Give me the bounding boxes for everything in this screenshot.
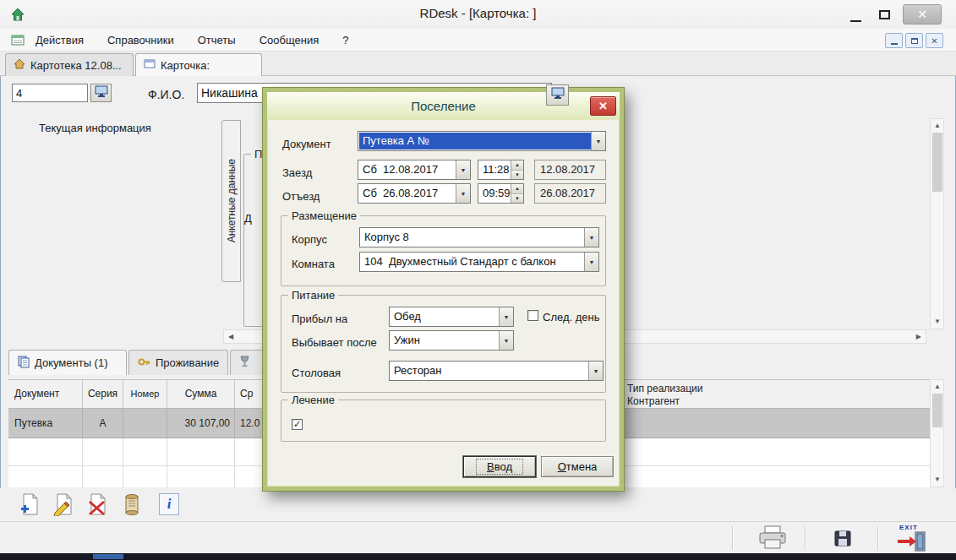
chevron-down-icon[interactable]: ▼ (456, 184, 470, 203)
scroll-right-icon[interactable]: ▶ (916, 334, 921, 340)
scroll-thumb[interactable] (932, 394, 942, 427)
tab-living[interactable]: Проживание (128, 350, 228, 375)
header-cell-number[interactable]: Номер (123, 380, 167, 408)
arrival-time-spinner[interactable]: 11:28 ▲▼ (478, 160, 524, 180)
edit-document-button[interactable] (52, 493, 74, 519)
minimize-icon (850, 20, 861, 22)
menu-item-directories[interactable]: Справочники (104, 32, 178, 48)
mdi-restore-icon (911, 38, 918, 44)
scroll-thumb[interactable] (932, 133, 942, 192)
menu-item-messages[interactable]: Сообщения (256, 32, 323, 48)
record-number-input[interactable] (12, 84, 88, 102)
treatment-checkbox[interactable] (292, 419, 303, 430)
treatment-legend: Лечение (288, 394, 338, 406)
next-day-checkbox[interactable] (527, 310, 538, 321)
main-vertical-scrollbar[interactable]: ▲ ▼ (930, 118, 944, 329)
fio-lookup-button[interactable] (546, 84, 569, 106)
monitor-icon (95, 85, 108, 101)
header-cell-sum[interactable]: Сумма (167, 380, 235, 408)
departure-date-value: Сб 26.08.2017 (358, 184, 456, 203)
canteen-combo[interactable]: Ресторан ▼ (389, 361, 604, 381)
cell-document: Путевка (8, 409, 83, 438)
spin-up-icon[interactable]: ▲ (511, 160, 523, 171)
departure-date-combo[interactable]: Сб 26.08.2017 ▼ (358, 183, 471, 204)
chevron-down-icon[interactable]: ▼ (591, 132, 605, 150)
mdi-close-icon: ✕ (931, 36, 937, 46)
print-button[interactable] (757, 525, 788, 554)
window-maximize-button[interactable] (874, 8, 894, 21)
tab-documents[interactable]: Документы (1) (8, 350, 127, 375)
arrive-meal-combo[interactable]: Обед ▼ (389, 307, 514, 327)
tab-documents-label: Документы (1) (35, 356, 108, 369)
scroll-up-icon[interactable]: ▲ (934, 122, 941, 129)
ok-button[interactable]: Ввод (463, 456, 536, 477)
arrival-label: Заезд (282, 166, 312, 179)
scroll-up-icon[interactable]: ▲ (934, 383, 941, 390)
save-button[interactable] (833, 530, 852, 551)
exit-button[interactable]: EXIT (896, 524, 926, 552)
card-icon (144, 58, 156, 72)
cancel-button[interactable]: Отмена (541, 456, 614, 477)
record-lookup-button[interactable] (90, 84, 112, 102)
window-minimize-button[interactable] (845, 8, 866, 22)
menu-item-actions[interactable]: Действия (32, 32, 87, 48)
header-cell-document[interactable]: Документ (8, 380, 83, 408)
chevron-down-icon[interactable]: ▼ (588, 362, 603, 380)
menu-items: Действия Справочники Отчеты Сообщения ? (32, 32, 352, 48)
scroll-left-icon[interactable]: ◀ (228, 334, 233, 340)
window-close-button[interactable]: ✕ (903, 4, 942, 24)
arrival-date-combo[interactable]: Сб 12.08.2017 ▼ (358, 160, 471, 180)
info-button[interactable]: i (159, 493, 179, 515)
document-label: Документ (282, 138, 331, 150)
spin-up-icon[interactable]: ▲ (511, 184, 523, 194)
chevron-down-icon[interactable]: ▼ (499, 307, 513, 326)
chevron-down-icon[interactable]: ▼ (584, 228, 598, 247)
placement-groupbox: Размещение Корпус Корпус 8 ▼ Комната 104… (281, 215, 606, 286)
depart-meal-value: Ужин (390, 331, 499, 350)
mdi-restore-button[interactable] (905, 33, 923, 48)
receipt-button[interactable] (122, 493, 142, 519)
chevron-down-icon[interactable]: ▼ (584, 253, 598, 271)
tab-cardfile[interactable]: Картотека 12.08... (5, 53, 134, 76)
canteen-label: Столовая (292, 367, 341, 379)
chevron-down-icon[interactable]: ▼ (499, 331, 513, 350)
mdi-close-button[interactable]: ✕ (926, 33, 943, 48)
spin-down-icon[interactable]: ▼ (511, 194, 523, 204)
window-title: RDesk - [Карточка: ] (0, 6, 956, 20)
meals-groupbox: Питание Прибыл на Обед ▼ След. день Выбы… (281, 295, 606, 393)
cell-empty (83, 438, 123, 465)
arrival-date-value: Сб 12.08.2017 (358, 160, 456, 179)
scroll-down-icon[interactable]: ▼ (934, 318, 941, 325)
departure-time-spinner[interactable]: 09:59 ▲▼ (478, 183, 524, 204)
tab-card[interactable]: Карточка: (135, 53, 262, 76)
dialog-close-button[interactable]: ✕ (590, 96, 616, 116)
spin-down-icon[interactable]: ▼ (511, 171, 523, 180)
canteen-combo-value: Ресторан (390, 362, 588, 380)
chevron-down-icon[interactable]: ▼ (456, 160, 470, 179)
cell-empty (8, 438, 83, 465)
table-vertical-scrollbar[interactable]: ▲ ▼ (930, 379, 944, 487)
treatment-groupbox: Лечение (281, 400, 606, 442)
room-combo[interactable]: 104 Двухместный Стандарт с балкон ▼ (359, 252, 599, 272)
vertical-tab-personal-data[interactable]: Анкетные данные (221, 120, 241, 282)
header-cell-realization[interactable]: Тип реализации Контрагент (615, 380, 930, 408)
scroll-down-icon[interactable]: ▼ (934, 476, 941, 483)
depart-meal-combo[interactable]: Ужин ▼ (389, 330, 514, 351)
building-combo[interactable]: Корпус 8 ▼ (359, 227, 599, 247)
cell-empty (123, 466, 167, 488)
header-cell-series[interactable]: Серия (83, 380, 123, 408)
header-contractor: Контрагент (627, 395, 930, 408)
taskbar-app-icon (93, 554, 123, 559)
mdi-minimize-button[interactable] (885, 33, 903, 48)
menu-item-reports[interactable]: Отчеты (194, 32, 239, 48)
goblet-icon (239, 356, 250, 370)
new-document-button[interactable] (19, 493, 41, 519)
cell-empty (8, 466, 83, 488)
document-combo[interactable]: Путевка А № ▼ (358, 131, 606, 151)
meals-legend: Питание (288, 289, 338, 302)
menu-item-help[interactable]: ? (339, 32, 352, 48)
cell-empty (167, 438, 235, 465)
room-label: Комната (292, 258, 335, 270)
next-day-label: След. день (543, 311, 600, 323)
delete-document-button[interactable] (86, 493, 108, 519)
